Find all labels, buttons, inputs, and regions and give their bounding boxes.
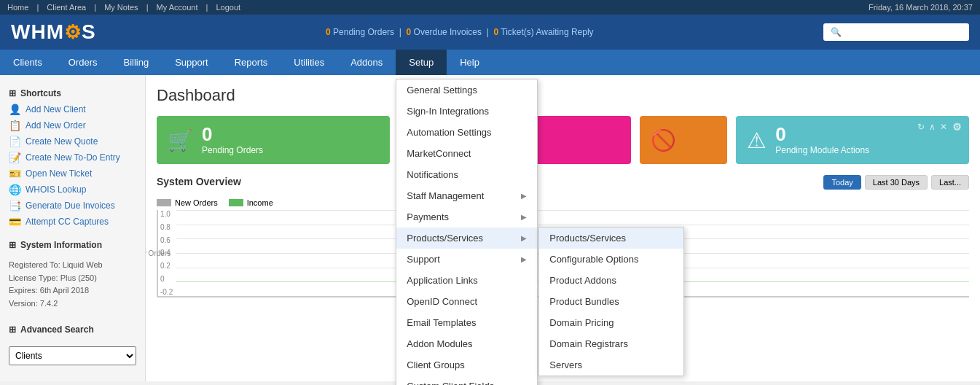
search-type-select[interactable]: Clients	[9, 346, 136, 365]
home-link[interactable]: Home	[7, 3, 39, 12]
submenu-product-addons[interactable]: Product Addons	[539, 270, 683, 291]
generate-due-invoices-link[interactable]: 📑 Generate Due Invoices	[0, 198, 145, 214]
new-orders-legend-label: New Orders	[175, 198, 218, 207]
warning-icon: ⚠	[747, 128, 767, 153]
top-bar: Home Client Area My Notes My Account Log…	[0, 0, 980, 15]
shortcuts-icon: ⊞	[9, 88, 16, 98]
pending-orders-count: 0	[326, 27, 331, 37]
header-notifications: 0 Pending Orders | 0 Overdue Invoices | …	[111, 27, 809, 37]
menu-application-links[interactable]: Application Links	[396, 270, 537, 291]
menu-marketconnect[interactable]: MarketConnect	[396, 143, 537, 164]
advanced-search-icon: ⊞	[9, 324, 16, 335]
menu-email-templates[interactable]: Email Templates	[396, 312, 537, 333]
system-info: Registered To: Liquid Web License Type: …	[0, 253, 145, 316]
tab-last-period[interactable]: Last...	[931, 175, 969, 190]
orange-card: 🚫	[640, 116, 727, 164]
menu-signin-integrations[interactable]: Sign-In Integrations	[396, 101, 537, 122]
my-account-link[interactable]: My Account	[157, 3, 208, 12]
menu-automation-settings[interactable]: Automation Settings	[396, 122, 537, 143]
tickets-awaiting-count: 0	[493, 27, 498, 37]
menu-staff-management[interactable]: Staff Management ▶	[396, 185, 537, 206]
logout-link[interactable]: Logout	[216, 3, 246, 12]
logo-gear: ⚙	[64, 21, 82, 44]
my-notes-link[interactable]: My Notes	[104, 3, 148, 12]
nav-setup[interactable]: Setup General Settings Sign-In Integrati…	[396, 50, 447, 75]
x-axis-label: New Orders	[146, 249, 170, 257]
income-swatch	[229, 199, 243, 206]
close-icon[interactable]: ✕	[940, 122, 947, 132]
pending-module-value: 0	[775, 125, 869, 144]
chart-legend: New Orders Income	[157, 198, 969, 207]
cart-icon: 🛒	[168, 128, 193, 152]
main-nav: Clients Orders Billing Support Reports U…	[0, 50, 980, 75]
create-new-todo-link[interactable]: 📝 Create New To-Do Entry	[0, 149, 145, 166]
setup-dropdown: General Settings Sign-In Integrations Au…	[396, 79, 538, 385]
submenu-products-services[interactable]: Products/Services	[539, 228, 683, 249]
add-new-order-link[interactable]: 📋 Add New Order	[0, 117, 145, 133]
search-input[interactable]	[823, 23, 969, 41]
nav-utilities[interactable]: Utilities	[281, 50, 337, 75]
sidebar: ⊞ Shortcuts 👤 Add New Client 📋 Add New O…	[0, 75, 146, 381]
new-orders-swatch	[157, 199, 171, 206]
add-new-client-link[interactable]: 👤 Add New Client	[0, 101, 145, 117]
products-submenu: Products/Services Configurable Options P…	[538, 227, 684, 376]
submenu-product-bundles[interactable]: Product Bundles	[539, 291, 683, 312]
menu-support[interactable]: Support ▶	[396, 249, 537, 270]
submenu-domain-pricing[interactable]: Domain Pricing	[539, 312, 683, 333]
menu-products-services[interactable]: Products/Services ▶ Products/Services Co…	[396, 228, 537, 249]
chevron-up-icon[interactable]: ∧	[929, 122, 936, 132]
nav-support[interactable]: Support	[162, 50, 222, 75]
datetime: Friday, 16 March 2018, 20:37	[869, 3, 973, 12]
client-area-link[interactable]: Client Area	[47, 3, 96, 12]
income-legend-label: Income	[247, 198, 273, 207]
pending-orders-label: Pending Orders	[202, 145, 263, 155]
menu-client-groups[interactable]: Client Groups	[396, 354, 537, 376]
attempt-cc-captures-link[interactable]: 💳 Attempt CC Captures	[0, 214, 145, 230]
pending-module-card: ⚙ ⚠ 0 Pending Module Actions ↻ ∧ ✕	[736, 116, 969, 164]
advanced-search-title: ⊞ Advanced Search	[0, 319, 145, 338]
overdue-invoices-count: 0	[407, 27, 412, 37]
nav-orders[interactable]: Orders	[55, 50, 111, 75]
nav-addons[interactable]: Addons	[337, 50, 396, 75]
tab-today[interactable]: Today	[823, 175, 861, 190]
menu-custom-client-fields[interactable]: Custom Client Fields	[396, 376, 537, 385]
system-overview-title: System Overview	[157, 176, 241, 187]
submenu-domain-registrars[interactable]: Domain Registrars	[539, 333, 683, 354]
whois-lookup-link[interactable]: 🌐 WHOIS Lookup	[0, 182, 145, 198]
nav-help[interactable]: Help	[447, 50, 493, 75]
pending-orders-value: 0	[202, 125, 263, 144]
create-new-quote-link[interactable]: 📄 Create New Quote	[0, 133, 145, 149]
nav-clients[interactable]: Clients	[0, 50, 55, 75]
top-bar-links: Home Client Area My Notes My Account Log…	[7, 3, 246, 12]
gear-settings-icon[interactable]: ⚙	[952, 122, 962, 132]
page-title: Dashboard	[157, 86, 969, 105]
menu-general-settings[interactable]: General Settings	[396, 79, 537, 101]
chart-tabs: Today Last 30 Days Last...	[823, 175, 969, 190]
nav-reports[interactable]: Reports	[222, 50, 281, 75]
menu-openid-connect[interactable]: OpenID Connect	[396, 291, 537, 312]
submenu-servers[interactable]: Servers	[539, 354, 683, 376]
logo: WHM⚙S	[11, 20, 96, 44]
advanced-search: Clients	[0, 338, 145, 371]
header: WHM⚙S 0 Pending Orders | 0 Overdue Invoi…	[0, 15, 980, 50]
tab-last-30-days[interactable]: Last 30 Days	[865, 175, 928, 190]
open-new-ticket-link[interactable]: 🎫 Open New Ticket	[0, 166, 145, 182]
pending-module-label: Pending Module Actions	[775, 145, 869, 155]
ban-icon: 🚫	[651, 128, 676, 152]
nav-billing[interactable]: Billing	[110, 50, 162, 75]
menu-notifications[interactable]: Notifications	[396, 164, 537, 185]
system-info-title: ⊞ System Information	[0, 234, 145, 253]
stat-cards: 🛒 0 Pending Orders 💬 0 Tickets Waiting 🚫…	[157, 116, 969, 164]
refresh-icon[interactable]: ↻	[917, 122, 925, 132]
menu-addon-modules[interactable]: Addon Modules	[396, 333, 537, 354]
pending-orders-card: 🛒 0 Pending Orders	[157, 116, 390, 164]
shortcuts-title: ⊞ Shortcuts	[0, 82, 145, 101]
submenu-configurable-options[interactable]: Configurable Options	[539, 249, 683, 270]
system-info-icon: ⊞	[9, 240, 16, 250]
menu-payments[interactable]: Payments ▶	[396, 206, 537, 228]
